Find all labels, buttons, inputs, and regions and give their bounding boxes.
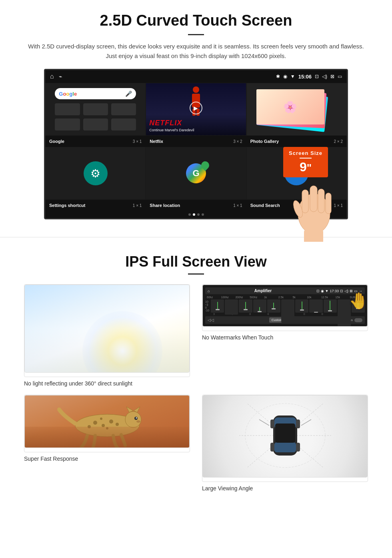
photo-gallery-inner: 🌸 <box>247 83 346 135</box>
sound-label-cell: Sound Search 1 × 1 <box>246 202 347 209</box>
svg-rect-6 <box>304 230 323 242</box>
features-grid: No light reflecting under 360° direct su… <box>24 284 368 492</box>
app-grid-top: Google 🎤 <box>45 83 347 136</box>
share-app-label: Share location <box>150 203 180 208</box>
screen-wrapper: Screen Size 9" ⌂ ⌁ ✱ ◉ ▼ 15:06 ⊡ ◁) <box>24 69 368 219</box>
netflix-app-label: Netflix <box>150 139 163 144</box>
microphone-icon: 🎤 <box>125 90 132 97</box>
settings-app-cell[interactable]: ⚙ <box>45 147 146 200</box>
svg-rect-28 <box>270 443 274 452</box>
amp-header: ⌂ Amplifier ⊡◉▼ 17:33 ⊡◁)⊠▭→ <box>205 287 365 294</box>
cheetah-image <box>24 395 190 448</box>
screen-size-badge: Screen Size 9" <box>283 147 328 177</box>
home-icon: ⌂ <box>50 73 54 80</box>
cheetah-image-card <box>24 395 190 452</box>
amp-time: 17:33 <box>330 289 339 293</box>
dot-1 <box>188 213 191 216</box>
section1-title: 2.5D Curved Touch Screen <box>24 12 368 29</box>
eq-bars-container: 🤚 <box>211 299 365 313</box>
camera-icon: ⊡ <box>315 74 319 79</box>
dot-2 <box>193 213 195 216</box>
google-label-cell: Google 3 × 1 <box>45 138 146 145</box>
google-cell-inner: Google 🎤 <box>46 83 145 135</box>
svg-point-8 <box>125 411 141 428</box>
google-app-label: Google <box>49 139 64 144</box>
netflix-overlay: NETFLIX Continue Marvel's Daredevil <box>146 83 246 135</box>
amp-icons-right: ⊡◉▼ 17:33 ⊡◁)⊠▭→ <box>316 289 362 293</box>
volume-icon: ◁) <box>322 74 327 79</box>
netflix-label-cell: Netflix 3 × 2 <box>146 138 246 145</box>
status-bar: ⌂ ⌁ ✱ ◉ ▼ 15:06 ⊡ ◁) ⊠ ▭ <box>45 70 347 83</box>
dot-3 <box>197 213 200 216</box>
scroll-dots <box>45 211 347 218</box>
svg-rect-25 <box>275 424 295 443</box>
photo-gallery-app-cell[interactable]: 🌸 <box>246 83 347 136</box>
section-curved-touch: 2.5D Curved Touch Screen With 2.5D curve… <box>0 0 392 225</box>
google-app-cell[interactable]: Google 🎤 <box>45 83 146 136</box>
loudness-toggle[interactable] <box>354 318 362 322</box>
amp-title: Amplifier <box>254 289 272 293</box>
sound-app-label: Sound Search <box>250 203 280 208</box>
car-top-image-card <box>202 395 368 482</box>
viewing-angle-label: Large Viewing Angle <box>202 485 368 492</box>
eq-db-labels: 10 ◁) 0 -10 <box>205 299 209 313</box>
share-location-icon-area: G <box>186 163 206 183</box>
feature-fast-response: Super Fast Response <box>24 395 190 492</box>
sunlight-image-card <box>24 284 190 377</box>
svg-rect-24 <box>274 442 296 452</box>
device-screen: ⌂ ⌁ ✱ ◉ ▼ 15:06 ⊡ ◁) ⊠ ▭ <box>44 69 348 219</box>
svg-rect-27 <box>296 420 300 428</box>
settings-icon: ⚙ <box>84 161 108 185</box>
section1-underline <box>188 34 204 35</box>
svg-point-17 <box>100 417 102 420</box>
status-bar-left: ⌂ ⌁ <box>50 73 62 80</box>
google-search-bar[interactable]: Google 🎤 <box>55 88 136 99</box>
share-app-size: 1 × 1 <box>233 203 242 208</box>
feature-watermarks: ⌂ Amplifier ⊡◉▼ 17:33 ⊡◁)⊠▭→ 60hz 100hz … <box>202 284 368 387</box>
car-top-image <box>202 395 368 478</box>
badge-size: 9" <box>289 160 322 174</box>
netflix-app-size: 3 × 2 <box>233 139 242 144</box>
google-logo: Google <box>59 91 77 97</box>
netflix-app-cell[interactable]: ▶ NETFLIX Continue Marvel's Daredevil <box>146 83 246 136</box>
badge-label: Screen Size <box>289 150 322 156</box>
section2-title: IPS Full Screen View <box>24 253 368 270</box>
badge-underline <box>300 158 312 159</box>
car-top-view-container <box>235 395 335 477</box>
settings-app-size: 1 × 1 <box>133 203 142 208</box>
status-bar-right: ✱ ◉ ▼ 15:06 ⊡ ◁) ⊠ ▭ <box>276 74 342 80</box>
amplifier-image: ⌂ Amplifier ⊡◉▼ 17:33 ⊡◁)⊠▭→ 60hz 100hz … <box>202 285 368 327</box>
share-label-cell: Share location 1 × 1 <box>146 202 246 209</box>
svg-rect-26 <box>270 420 274 428</box>
amplifier-image-card: ⌂ Amplifier ⊡◉▼ 17:33 ⊡◁)⊠▭→ 60hz 100hz … <box>202 284 368 331</box>
eq-main-area: 10 ◁) 0 -10 <box>205 299 365 313</box>
netflix-subtitle: Continue Marvel's Daredevil <box>149 128 194 132</box>
sunlight-image <box>24 285 190 373</box>
sound-app-size: 1 × 1 <box>334 203 343 208</box>
bluetooth-icon: ✱ <box>276 74 280 79</box>
viewing-angle-svg <box>235 395 335 476</box>
eq-labels: 60hz 100hz 200hz 500hz 1k 2.5k 5k 10k 12… <box>205 296 365 299</box>
sunlight-label: No light reflecting under 360° direct su… <box>24 380 190 387</box>
share-location-app-cell[interactable]: G <box>146 147 246 200</box>
svg-point-12 <box>136 417 137 419</box>
feature-viewing-angle: Large Viewing Angle <box>202 395 368 492</box>
svg-rect-29 <box>296 443 300 452</box>
amp-back-icon: ◁◁ <box>208 318 214 322</box>
fast-response-label: Super Fast Response <box>24 456 190 462</box>
section2-underline <box>188 273 204 275</box>
netflix-logo: NETFLIX <box>149 119 182 127</box>
gallery-app-size: 2 × 2 <box>334 139 343 144</box>
settings-app-label: Settings shortcut <box>49 203 85 208</box>
window-icon: ▭ <box>338 74 342 79</box>
section-ips: IPS Full Screen View No light reflecting… <box>0 249 392 500</box>
status-time: 15:06 <box>298 74 312 80</box>
ground-shadow <box>25 427 189 448</box>
close-icon: ⊠ <box>330 74 334 79</box>
section-divider <box>0 237 392 237</box>
svg-point-13 <box>136 420 140 423</box>
app-label-row-bottom: Settings shortcut 1 × 1 Share location 1… <box>45 200 347 211</box>
gallery-label-cell: Photo Gallery 2 × 2 <box>246 138 347 145</box>
dot-4 <box>202 213 204 216</box>
settings-cell-inner: ⚙ <box>46 147 145 199</box>
